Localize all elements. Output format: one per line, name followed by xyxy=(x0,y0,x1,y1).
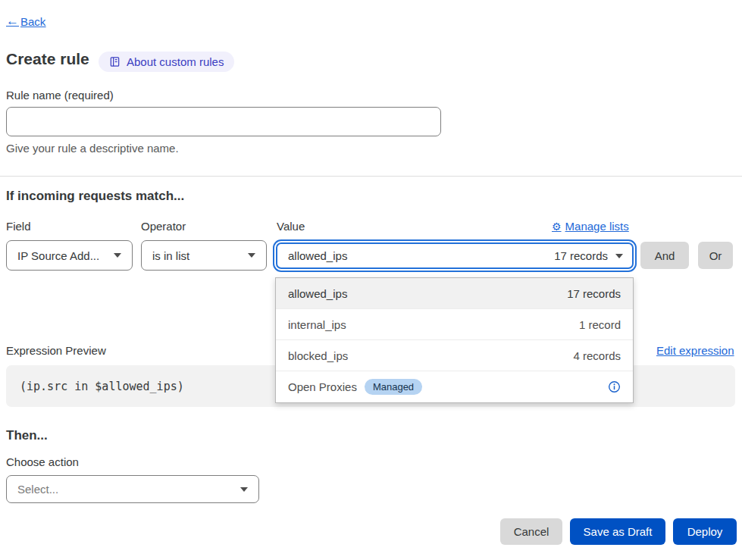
create-rule-page: ← Back Create rule About custom rules Ru… xyxy=(0,0,742,560)
rule-name-helper: Give your rule a descriptive name. xyxy=(6,142,179,155)
chevron-down-icon xyxy=(248,253,255,258)
list-option-blocked-ips[interactable]: blocked_ips 4 records xyxy=(276,340,633,371)
list-option-internal-ips[interactable]: internal_ips 1 record xyxy=(276,309,633,340)
field-label: Field xyxy=(6,220,31,233)
list-option-name: internal_ips xyxy=(288,318,346,331)
list-dropdown-menu: allowed_ips 17 records internal_ips 1 re… xyxy=(275,277,634,403)
expression-preview-label: Expression Preview xyxy=(6,344,106,357)
page-title: Create rule xyxy=(6,50,89,68)
list-option-detail: 17 records xyxy=(567,287,621,300)
cancel-button[interactable]: Cancel xyxy=(500,518,562,545)
chevron-down-icon xyxy=(615,254,623,258)
list-option-name: allowed_ips xyxy=(288,287,347,300)
edit-expression-link[interactable]: Edit expression xyxy=(656,344,734,357)
about-badge-label: About custom rules xyxy=(127,55,224,68)
rule-name-input[interactable] xyxy=(6,107,441,136)
manage-lists-label: Manage lists xyxy=(565,220,629,233)
value-label: Value xyxy=(277,220,305,233)
list-option-name: blocked_ips xyxy=(288,349,348,362)
match-section-title: If incoming requests match... xyxy=(6,189,184,204)
value-select[interactable]: allowed_ips 17 records xyxy=(276,242,634,269)
manage-lists-link[interactable]: ⚙ Manage lists xyxy=(552,220,629,233)
rule-name-label: Rule name (required) xyxy=(6,89,114,102)
value-select-value: allowed_ips xyxy=(288,249,347,262)
list-option-allowed-ips[interactable]: allowed_ips 17 records xyxy=(276,278,633,309)
info-icon[interactable] xyxy=(608,380,621,393)
field-select-value: IP Source Add... xyxy=(17,249,99,262)
list-option-detail: 4 records xyxy=(573,349,621,362)
gear-icon: ⚙ xyxy=(552,221,562,233)
managed-badge: Managed xyxy=(365,379,422,395)
expression-code: (ip.src in $allowed_ips) xyxy=(20,380,184,393)
and-button[interactable]: And xyxy=(640,242,689,269)
operator-select-value: is in list xyxy=(152,249,189,262)
value-select-records: 17 records xyxy=(554,249,608,262)
or-button[interactable]: Or xyxy=(698,242,733,269)
then-section-title: Then... xyxy=(6,428,48,443)
save-as-draft-button[interactable]: Save as Draft xyxy=(570,518,665,545)
action-select[interactable]: Select... xyxy=(6,475,259,503)
action-select-placeholder: Select... xyxy=(17,483,58,496)
chevron-down-icon xyxy=(114,253,121,258)
list-option-detail: 1 record xyxy=(579,318,621,331)
list-option-open-proxies[interactable]: Open Proxies Managed xyxy=(276,371,633,402)
back-link-label: Back xyxy=(20,15,45,28)
about-custom-rules-badge[interactable]: About custom rules xyxy=(99,52,234,72)
chevron-down-icon xyxy=(240,487,248,492)
operator-select[interactable]: is in list xyxy=(141,240,267,271)
list-option-name: Open Proxies xyxy=(288,380,357,393)
back-arrow-icon: ← xyxy=(6,14,19,29)
book-icon xyxy=(109,56,121,67)
operator-label: Operator xyxy=(141,220,186,233)
deploy-button[interactable]: Deploy xyxy=(673,518,737,545)
back-link[interactable]: ← Back xyxy=(6,14,45,29)
field-select[interactable]: IP Source Add... xyxy=(6,240,133,271)
section-divider xyxy=(0,176,742,177)
choose-action-label: Choose action xyxy=(6,455,79,468)
